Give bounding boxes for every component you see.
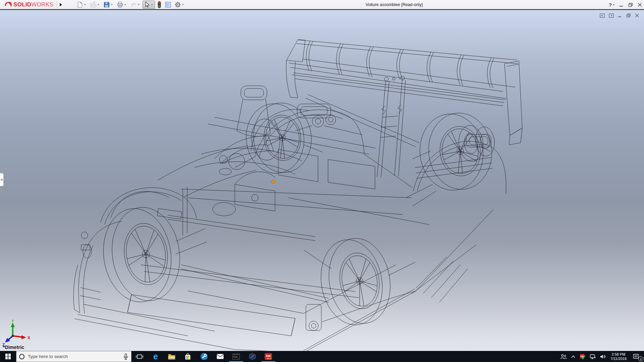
brand-part2: WORKS (31, 1, 53, 8)
chevron-up-icon (571, 355, 576, 358)
restore-icon (626, 13, 631, 18)
pane-next-button[interactable] (609, 13, 614, 19)
menu-expand-arrow-icon[interactable] (60, 3, 62, 6)
triad-y-label: Y (11, 320, 14, 323)
cortana-icon (19, 354, 24, 359)
solidworks-2017-icon: SW 2017 (264, 352, 273, 361)
open-button[interactable] (89, 1, 101, 9)
stoplight-icon (157, 1, 162, 8)
save-button[interactable] (102, 1, 115, 9)
sw-app-year: 2017 (267, 358, 271, 360)
doc-minimize-button[interactable] (618, 13, 622, 19)
solidworks-logo-text: SOLIDWORKS (13, 1, 53, 8)
help-button[interactable]: ? (609, 2, 614, 8)
pane-previous-button[interactable] (600, 13, 605, 19)
action-center-button[interactable]: 2 (629, 351, 643, 362)
solidworks-2017-button[interactable]: SW 2017 (260, 351, 276, 362)
people-button[interactable] (558, 351, 569, 362)
taskbar-search[interactable] (16, 351, 131, 362)
restore-button[interactable] (628, 3, 633, 7)
cmd-prompt-text: C:\>_ (233, 356, 239, 358)
feature-properties-icon (165, 1, 171, 8)
notification-badge: 2 (638, 356, 643, 361)
dropdown-caret-icon[interactable] (98, 3, 100, 6)
dropdown-caret-icon[interactable] (613, 3, 614, 6)
desktop: SOLIDWORKS (0, 0, 644, 362)
close-button[interactable] (638, 3, 642, 7)
people-icon (560, 354, 567, 359)
select-tool-button[interactable] (143, 1, 155, 9)
document-window-controls (600, 13, 639, 19)
search-input[interactable] (28, 354, 123, 359)
print-button[interactable] (116, 1, 128, 9)
dropdown-caret-icon[interactable] (111, 3, 114, 6)
options-gear-icon (174, 1, 181, 8)
print-icon (117, 1, 123, 8)
stoplight-button[interactable] (156, 1, 163, 9)
network-button[interactable] (588, 351, 598, 362)
options-button[interactable] (173, 1, 186, 9)
dropdown-caret-icon[interactable] (138, 3, 141, 6)
collapsed-panel-tab[interactable] (0, 173, 4, 186)
solidworks-logo-mark-icon (3, 1, 12, 9)
composer-button[interactable] (244, 351, 260, 362)
quick-toolbar (75, 1, 186, 9)
file-explorer-icon (168, 353, 176, 360)
divider (57, 1, 57, 8)
command-prompt-button[interactable]: C:\>_ (228, 351, 244, 362)
close-icon (635, 13, 639, 18)
pane-right-icon (609, 13, 614, 18)
brand-part1: SOLID (13, 1, 31, 8)
admin-console-button[interactable] (196, 351, 212, 362)
taskbar-clock[interactable]: 2:58 PM 7/11/2018 (608, 352, 629, 361)
open-folder-icon (90, 1, 97, 8)
minimize-icon (618, 13, 622, 18)
origin-point[interactable] (272, 180, 275, 183)
select-cursor-icon (144, 1, 150, 8)
sw-tray-label: SW (580, 355, 584, 357)
windows-taskbar: e (0, 351, 644, 362)
system-tray: SW 2:58 PM (558, 351, 644, 362)
solidworks-status-icon: SW (580, 354, 586, 360)
window-controls: ? (609, 0, 642, 9)
solidworks-tray-button[interactable]: SW (578, 351, 588, 362)
sw-app-label: SW (266, 354, 271, 358)
volume-button[interactable] (598, 351, 608, 362)
start-button[interactable] (0, 351, 16, 362)
undo-button[interactable] (129, 1, 142, 9)
wheel-front-right[interactable] (315, 233, 397, 330)
graphics-viewport[interactable]: Y X Z *Dimetric (0, 10, 644, 351)
solidworks-logo: SOLIDWORKS (0, 0, 56, 9)
doc-restore-button[interactable] (626, 13, 631, 19)
clock-time: 2:58 PM (610, 352, 627, 357)
feature-properties-button[interactable] (164, 1, 172, 9)
minimize-button[interactable] (619, 3, 624, 7)
mail-button[interactable] (212, 351, 228, 362)
command-prompt-icon: C:\>_ (232, 353, 240, 360)
clock-date: 7/11/2018 (610, 357, 627, 361)
dropdown-caret-icon[interactable] (84, 3, 87, 6)
new-document-button[interactable] (75, 1, 88, 9)
hexagon-app-icon (249, 353, 256, 360)
wheel-front-left[interactable] (98, 203, 186, 306)
new-document-icon (76, 1, 83, 8)
body-shell[interactable] (73, 86, 506, 351)
task-view-icon (136, 353, 143, 360)
dropdown-caret-icon[interactable] (182, 3, 185, 6)
microphone-icon[interactable] (123, 353, 128, 360)
tray-overflow-button[interactable] (569, 351, 578, 362)
wireframe-car-model[interactable] (0, 10, 644, 351)
reference-triad: Y X Z (2, 320, 32, 347)
file-explorer-button[interactable] (164, 351, 180, 362)
dropdown-caret-icon[interactable] (151, 3, 154, 6)
dropdown-caret-icon[interactable] (124, 3, 127, 6)
windows-logo-icon (5, 354, 11, 359)
triad-x-label: X (28, 336, 30, 340)
wheel-rear-right[interactable] (416, 110, 496, 193)
doc-close-button[interactable] (635, 13, 639, 19)
task-view-button[interactable] (131, 351, 148, 362)
edge-icon: e (153, 352, 158, 361)
store-button[interactable] (180, 351, 196, 362)
edge-button[interactable]: e (148, 351, 164, 362)
rear-wing[interactable] (286, 40, 522, 178)
